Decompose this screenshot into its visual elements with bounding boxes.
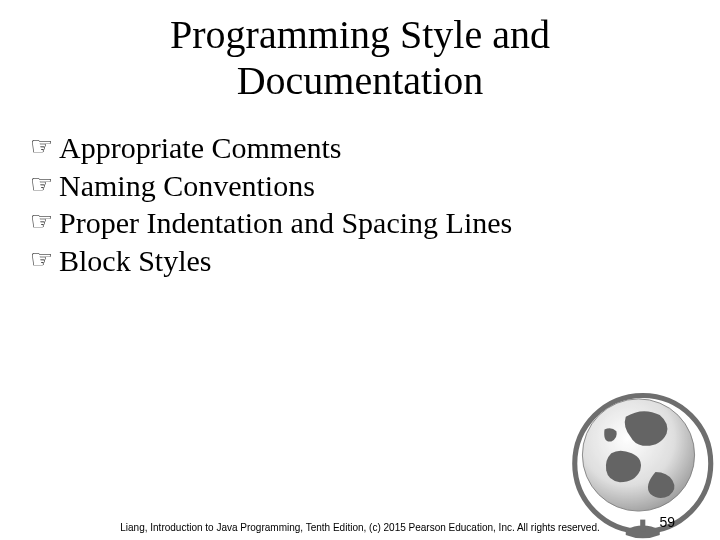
list-item-text: Proper Indentation and Spacing Lines xyxy=(59,204,512,242)
list-item-text: Block Styles xyxy=(59,242,212,280)
pointing-hand-icon: ☞ xyxy=(30,129,53,164)
pointing-hand-icon: ☞ xyxy=(30,167,53,202)
globe-icon xyxy=(540,370,720,540)
slide: Programming Style and Documentation ☞ Ap… xyxy=(0,0,720,540)
list-item: ☞ Proper Indentation and Spacing Lines xyxy=(30,204,690,242)
list-item: ☞ Block Styles xyxy=(30,242,690,280)
list-item-text: Naming Conventions xyxy=(59,167,315,205)
slide-body: ☞ Appropriate Comments ☞ Naming Conventi… xyxy=(0,104,720,279)
slide-title: Programming Style and Documentation xyxy=(0,0,720,104)
pointing-hand-icon: ☞ xyxy=(30,204,53,239)
list-item: ☞ Naming Conventions xyxy=(30,167,690,205)
list-item-text: Appropriate Comments xyxy=(59,129,341,167)
title-line-1: Programming Style and xyxy=(170,12,550,57)
title-line-2: Documentation xyxy=(237,58,484,103)
pointing-hand-icon: ☞ xyxy=(30,242,53,277)
list-item: ☞ Appropriate Comments xyxy=(30,129,690,167)
page-number: 59 xyxy=(659,514,675,530)
footer-text: Liang, Introduction to Java Programming,… xyxy=(0,522,720,534)
